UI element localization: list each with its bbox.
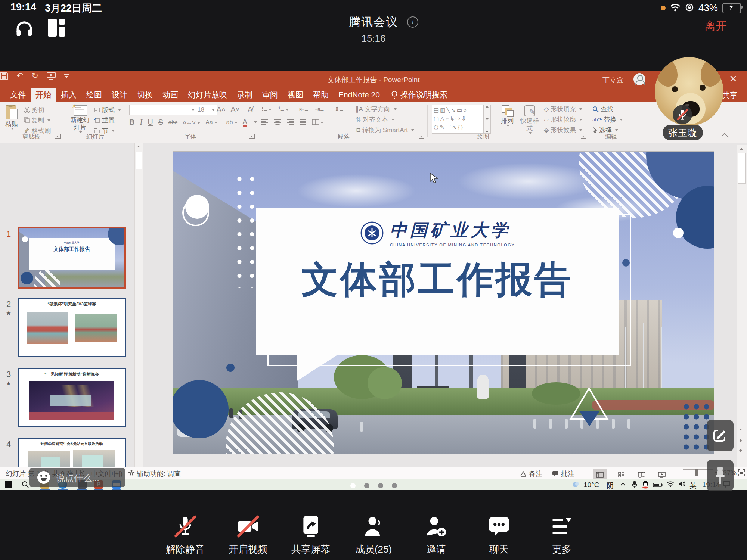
tab-insert[interactable]: 插入 xyxy=(56,88,81,102)
title-card[interactable]: 中国矿业大学 CHINA UNIVERSITY OF MINING AND TE… xyxy=(256,208,619,355)
paragraph-dialog-launcher[interactable] xyxy=(419,134,424,139)
find-button[interactable]: 查找 xyxy=(592,105,613,113)
scroll-down-button[interactable] xyxy=(737,429,744,430)
tab-help[interactable]: 帮助 xyxy=(308,88,334,102)
arrange-button[interactable]: 排列 xyxy=(497,105,518,127)
annotation-pencil-button[interactable] xyxy=(707,420,734,451)
account-name[interactable]: 丁立鑫 xyxy=(602,75,624,85)
italic-button[interactable]: I xyxy=(140,118,142,127)
new-slide-button[interactable]: ✳ 新建幻灯片 xyxy=(68,104,92,133)
font-name-combo[interactable] xyxy=(129,105,197,115)
thumbnail-scrollbar[interactable] xyxy=(134,143,143,467)
next-slide-button[interactable] xyxy=(737,449,744,452)
numbering-button[interactable]: ¹≡ xyxy=(278,106,289,113)
change-case-button[interactable]: Aa xyxy=(205,119,217,126)
zoom-slider-thumb[interactable] xyxy=(695,469,698,476)
start-video-button[interactable]: 开启视频 xyxy=(225,514,271,556)
align-center-button[interactable] xyxy=(274,118,281,127)
previous-slide-button[interactable] xyxy=(737,439,744,442)
tab-draw[interactable]: 绘图 xyxy=(81,88,107,102)
font-size-combo[interactable]: 18 xyxy=(195,105,217,115)
strikethrough-button[interactable]: S xyxy=(158,118,163,127)
slideshow-view-button[interactable] xyxy=(655,469,669,480)
unmute-button[interactable]: 解除静音 xyxy=(162,514,208,556)
justify-button[interactable] xyxy=(300,118,306,127)
slide-thumbnail-4[interactable]: 环测学院研究生会&党站元旦联欢活动 xyxy=(18,438,126,467)
fit-to-window-icon[interactable] xyxy=(738,469,745,478)
clipboard-dialog-launcher[interactable] xyxy=(55,134,61,139)
tell-me-search[interactable]: 操作说明搜索 xyxy=(385,88,447,102)
decrease-indent-button[interactable]: ⇤≡ xyxy=(299,105,308,113)
font-dialog-launcher[interactable] xyxy=(249,134,255,139)
columns-button[interactable] xyxy=(312,118,323,127)
page-indicator xyxy=(0,483,747,488)
highlight-color-button[interactable]: ab̲ xyxy=(226,119,238,126)
underline-button[interactable]: U xyxy=(148,118,153,127)
shapes-gallery[interactable]: ▤▥╲↘▭○▢△⌐↳⇨⇩⬠✎⌒∿{} xyxy=(432,105,485,134)
grow-font-button[interactable]: A˄ xyxy=(217,105,226,113)
paste-button[interactable]: 粘贴 xyxy=(5,105,18,130)
layout-button[interactable]: 版式 xyxy=(94,105,121,114)
tab-animations[interactable]: 动画 xyxy=(158,88,183,102)
shrink-font-button[interactable]: A˅ xyxy=(231,105,240,113)
align-left-button[interactable] xyxy=(261,118,268,127)
tab-view[interactable]: 视图 xyxy=(283,88,308,102)
align-right-button[interactable] xyxy=(287,118,294,127)
slide-thumbnail-3[interactable]: “一见倾新 怦然新动”迎新晚会 xyxy=(18,368,126,427)
increase-indent-button[interactable]: ⇥≡ xyxy=(315,105,324,113)
format-shape-dialog-launcher[interactable] xyxy=(581,134,586,139)
chat-button[interactable]: 聊天 xyxy=(476,514,522,556)
share-screen-button[interactable]: 共享屏幕 xyxy=(288,514,334,556)
font-color-button[interactable]: A xyxy=(243,118,247,127)
emoji-icon[interactable] xyxy=(37,471,50,484)
account-avatar[interactable] xyxy=(633,73,645,85)
shape-outline-button[interactable]: ▱形状轮廓 xyxy=(544,115,582,124)
align-text-button[interactable]: ⇅对齐文本 xyxy=(356,115,394,124)
collapse-ribbon-button[interactable] xyxy=(722,133,729,140)
invite-button[interactable]: 邀请 xyxy=(413,514,459,556)
accessibility-icon[interactable] xyxy=(128,469,135,479)
tab-review[interactable]: 审阅 xyxy=(257,88,283,102)
cut-button[interactable]: 剪切 xyxy=(24,105,44,114)
tab-transitions[interactable]: 切换 xyxy=(132,88,158,102)
close-window-icon[interactable]: ✕ xyxy=(729,73,737,85)
bullets-button[interactable]: ⁝≡ xyxy=(261,105,272,113)
slide-thumbnail-1[interactable]: 中国矿业大学 文体部工作报告 xyxy=(18,227,126,289)
shape-effects-button[interactable]: ⬙形状效果 xyxy=(544,125,582,134)
tab-design[interactable]: 设计 xyxy=(107,88,132,102)
reset-slide-button[interactable]: 重置 xyxy=(94,116,115,125)
copy-button[interactable]: 复制 xyxy=(24,116,50,125)
replace-button[interactable]: ab↷替换 xyxy=(592,115,623,124)
invite-icon xyxy=(426,515,447,538)
tab-record[interactable]: 录制 xyxy=(232,88,257,102)
tab-home[interactable]: 开始 xyxy=(31,88,56,102)
clear-formatting-button[interactable]: A̸ xyxy=(248,105,253,113)
shadow-button[interactable]: abc xyxy=(168,119,177,125)
accessibility-status[interactable]: 辅助功能: 调查 xyxy=(137,469,181,478)
normal-view-button[interactable] xyxy=(593,469,607,480)
thumb-number-1: 1 xyxy=(3,229,14,239)
meeting-info-icon[interactable]: i xyxy=(407,16,418,28)
bold-button[interactable]: B xyxy=(129,118,134,127)
slide-thumbnail-2[interactable]: “破浪杯”研究生3V3篮球赛 xyxy=(18,298,126,357)
comments-button[interactable]: 批注 xyxy=(552,469,574,478)
shapes-gallery-scrollbar[interactable] xyxy=(483,105,491,134)
tab-endnote[interactable]: EndNote 20 xyxy=(334,88,385,102)
quick-styles-button[interactable]: ✎ 快速样式 xyxy=(519,105,540,134)
tab-file[interactable]: 文件 xyxy=(5,88,31,102)
members-button[interactable]: 成员(25) xyxy=(351,514,396,556)
leave-meeting-button[interactable]: 离开 xyxy=(704,19,727,34)
tab-slideshow[interactable]: 幻灯片放映 xyxy=(183,88,232,102)
zoom-out-button[interactable]: − xyxy=(675,468,680,478)
slide-sorter-view-button[interactable] xyxy=(615,469,628,480)
shape-fill-button[interactable]: ◇形状填充 xyxy=(544,105,582,113)
character-spacing-button[interactable]: A↔V xyxy=(183,119,200,125)
slide-canvas[interactable]: 中国矿业大学 CHINA UNIVERSITY OF MINING AND TE… xyxy=(173,151,714,454)
notes-button[interactable]: 备注 xyxy=(520,469,542,478)
more-button[interactable]: 更多 xyxy=(539,514,585,556)
slide-scrollbar[interactable] xyxy=(737,145,747,467)
line-spacing-button[interactable]: ⇕≡ xyxy=(334,105,343,113)
reading-view-button[interactable] xyxy=(635,469,648,480)
chat-icon xyxy=(488,516,510,536)
text-direction-button[interactable]: ∥A文字方向 xyxy=(356,105,397,113)
